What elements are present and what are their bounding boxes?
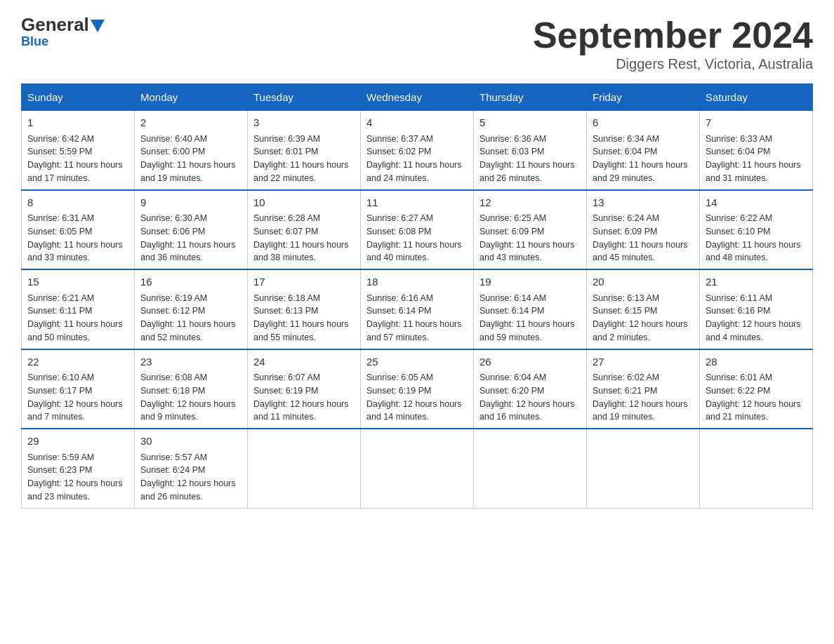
day-daylight: Daylight: 11 hours hours: [479, 319, 575, 329]
day-daylight-minutes: and 43 minutes.: [479, 253, 542, 262]
calendar-week-row: 1 Sunrise: 6:42 AM Sunset: 5:59 PM Dayli…: [22, 111, 813, 190]
table-row: [700, 429, 813, 508]
table-row: 19 Sunrise: 6:14 AM Sunset: 6:14 PM Dayl…: [474, 269, 587, 349]
day-daylight: Daylight: 12 hours hours: [366, 399, 462, 409]
day-daylight: Daylight: 12 hours hours: [27, 399, 123, 409]
table-row: 5 Sunrise: 6:36 AM Sunset: 6:03 PM Dayli…: [474, 111, 587, 190]
calendar-subtitle: Diggers Rest, Victoria, Australia: [533, 56, 813, 72]
day-sunrise: Sunrise: 6:40 AM: [140, 134, 207, 144]
header: General Blue September 2024 Diggers Rest…: [21, 14, 813, 72]
day-sunset: Sunset: 6:06 PM: [140, 227, 205, 236]
day-number: 1: [27, 115, 128, 131]
day-sunset: Sunset: 6:21 PM: [593, 386, 657, 396]
day-number: 28: [706, 354, 807, 370]
day-sunrise: Sunrise: 6:30 AM: [140, 213, 207, 223]
day-sunrise: Sunrise: 6:39 AM: [253, 134, 320, 144]
day-number: 19: [479, 274, 581, 290]
day-number: 30: [140, 434, 241, 450]
day-sunset: Sunset: 6:01 PM: [253, 147, 318, 156]
day-daylight: Daylight: 11 hours hours: [253, 160, 349, 170]
day-number: 4: [366, 115, 468, 131]
day-daylight-minutes: and 24 minutes.: [366, 173, 429, 183]
day-sunset: Sunset: 6:11 PM: [27, 306, 92, 316]
day-daylight: Daylight: 11 hours hours: [27, 240, 123, 250]
table-row: [361, 429, 474, 508]
day-daylight: Daylight: 11 hours hours: [593, 160, 688, 170]
day-number: 9: [140, 195, 241, 211]
day-sunrise: Sunrise: 6:42 AM: [27, 134, 94, 144]
day-daylight-minutes: and 26 minutes.: [479, 173, 542, 183]
calendar-header-row: Sunday Monday Tuesday Wednesday Thursday…: [22, 84, 813, 111]
table-row: 4 Sunrise: 6:37 AM Sunset: 6:02 PM Dayli…: [361, 111, 474, 190]
day-daylight-minutes: and 45 minutes.: [593, 253, 655, 262]
day-sunrise: Sunrise: 6:25 AM: [479, 213, 546, 223]
day-sunrise: Sunrise: 6:31 AM: [27, 213, 94, 223]
day-daylight-minutes: and 16 minutes.: [479, 412, 542, 422]
day-daylight: Daylight: 11 hours hours: [27, 319, 123, 329]
table-row: 23 Sunrise: 6:08 AM Sunset: 6:18 PM Dayl…: [135, 349, 248, 429]
day-number: 18: [366, 274, 468, 290]
day-daylight-minutes: and 23 minutes.: [27, 492, 90, 502]
table-row: 29 Sunrise: 5:59 AM Sunset: 6:23 PM Dayl…: [22, 429, 135, 508]
day-sunset: Sunset: 6:19 PM: [253, 386, 318, 396]
day-sunrise: Sunrise: 6:22 AM: [706, 213, 772, 223]
day-sunrise: Sunrise: 6:21 AM: [27, 293, 94, 303]
table-row: [474, 429, 587, 508]
table-row: 14 Sunrise: 6:22 AM Sunset: 6:10 PM Dayl…: [700, 190, 813, 270]
table-row: 28 Sunrise: 6:01 AM Sunset: 6:22 PM Dayl…: [700, 349, 813, 429]
table-row: 9 Sunrise: 6:30 AM Sunset: 6:06 PM Dayli…: [135, 190, 248, 270]
day-sunrise: Sunrise: 6:02 AM: [593, 373, 659, 382]
day-daylight-minutes: and 29 minutes.: [593, 173, 655, 183]
day-daylight-minutes: and 48 minutes.: [706, 253, 768, 262]
day-daylight-minutes: and 33 minutes.: [27, 253, 90, 262]
day-daylight-minutes: and 57 minutes.: [366, 333, 429, 342]
day-daylight: Daylight: 11 hours hours: [140, 319, 236, 329]
table-row: 30 Sunrise: 5:57 AM Sunset: 6:24 PM Dayl…: [135, 429, 248, 508]
table-row: 7 Sunrise: 6:33 AM Sunset: 6:04 PM Dayli…: [700, 111, 813, 190]
day-sunset: Sunset: 5:59 PM: [27, 147, 92, 156]
header-sunday: Sunday: [22, 84, 135, 111]
table-row: 12 Sunrise: 6:25 AM Sunset: 6:09 PM Dayl…: [474, 190, 587, 270]
table-row: 10 Sunrise: 6:28 AM Sunset: 6:07 PM Dayl…: [248, 190, 361, 270]
table-row: 11 Sunrise: 6:27 AM Sunset: 6:08 PM Dayl…: [361, 190, 474, 270]
day-daylight: Daylight: 11 hours hours: [706, 160, 801, 170]
day-sunset: Sunset: 6:05 PM: [27, 227, 92, 236]
table-row: 3 Sunrise: 6:39 AM Sunset: 6:01 PM Dayli…: [248, 111, 361, 190]
day-sunset: Sunset: 6:14 PM: [479, 306, 544, 316]
header-monday: Monday: [135, 84, 248, 111]
day-daylight: Daylight: 12 hours hours: [140, 399, 236, 409]
table-row: 25 Sunrise: 6:05 AM Sunset: 6:19 PM Dayl…: [361, 349, 474, 429]
day-daylight: Daylight: 11 hours hours: [479, 160, 575, 170]
day-daylight: Daylight: 11 hours hours: [479, 240, 575, 250]
day-daylight-minutes: and 40 minutes.: [366, 253, 429, 262]
day-sunrise: Sunrise: 6:07 AM: [253, 373, 320, 382]
day-daylight-minutes: and 26 minutes.: [140, 492, 203, 502]
day-number: 7: [706, 115, 807, 131]
day-number: 16: [140, 274, 241, 290]
table-row: 20 Sunrise: 6:13 AM Sunset: 6:15 PM Dayl…: [587, 269, 700, 349]
table-row: 13 Sunrise: 6:24 AM Sunset: 6:09 PM Dayl…: [587, 190, 700, 270]
day-daylight: Daylight: 11 hours hours: [366, 319, 462, 329]
day-number: 23: [140, 354, 241, 370]
table-row: 2 Sunrise: 6:40 AM Sunset: 6:00 PM Dayli…: [135, 111, 248, 190]
day-daylight: Daylight: 11 hours hours: [706, 240, 801, 250]
day-sunrise: Sunrise: 6:24 AM: [593, 213, 659, 223]
day-daylight-minutes: and 22 minutes.: [253, 173, 316, 183]
day-sunset: Sunset: 6:16 PM: [706, 306, 770, 316]
day-sunset: Sunset: 6:03 PM: [479, 147, 544, 156]
day-sunrise: Sunrise: 5:57 AM: [140, 452, 207, 462]
day-number: 26: [479, 354, 581, 370]
table-row: 15 Sunrise: 6:21 AM Sunset: 6:11 PM Dayl…: [22, 269, 135, 349]
day-sunset: Sunset: 6:22 PM: [706, 386, 770, 396]
calendar-title: September 2024: [533, 14, 813, 56]
day-sunset: Sunset: 6:00 PM: [140, 147, 205, 156]
day-sunset: Sunset: 6:04 PM: [706, 147, 770, 156]
day-number: 6: [593, 115, 694, 131]
day-daylight: Daylight: 11 hours hours: [140, 240, 236, 250]
header-friday: Friday: [587, 84, 700, 111]
table-row: [248, 429, 361, 508]
table-row: 16 Sunrise: 6:19 AM Sunset: 6:12 PM Dayl…: [135, 269, 248, 349]
header-wednesday: Wednesday: [361, 84, 474, 111]
day-sunrise: Sunrise: 6:37 AM: [366, 134, 433, 144]
day-sunset: Sunset: 6:18 PM: [140, 386, 205, 396]
